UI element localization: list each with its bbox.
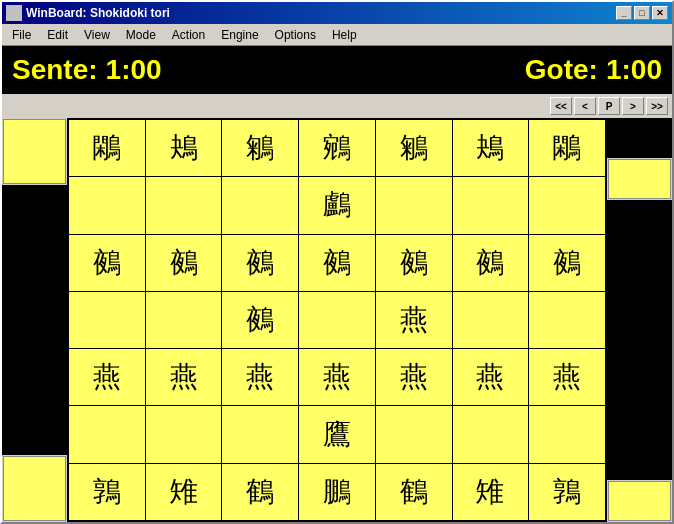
board-cell-r2-c2[interactable]: 鵺	[222, 235, 298, 291]
board-cell-r6-c3[interactable]: 鵬	[299, 464, 375, 520]
board-cell-r4-c5[interactable]: 燕	[453, 349, 529, 405]
board-cell-r3-c2[interactable]: 鵺	[222, 292, 298, 348]
title-bar-left: WinBoard: Shokidoki tori	[6, 5, 170, 21]
status-bar: Sente: 1:00 Gote: 1:00	[2, 46, 672, 94]
left-bottom-captured	[3, 456, 66, 521]
board-cell-r5-c6[interactable]	[529, 406, 605, 462]
board-cell-r3-c0[interactable]	[69, 292, 145, 348]
main-window: WinBoard: Shokidoki tori _ □ ✕ File Edit…	[0, 0, 674, 524]
right-panel	[607, 118, 672, 522]
app-icon	[6, 5, 22, 21]
board-cell-r6-c1[interactable]: 雉	[146, 464, 222, 520]
gote-time: 1:00	[606, 54, 662, 86]
board-cell-r1-c6[interactable]	[529, 177, 605, 233]
right-mid-black	[607, 200, 672, 480]
board-cell-r1-c1[interactable]	[146, 177, 222, 233]
board-cell-r5-c2[interactable]	[222, 406, 298, 462]
board-cell-r6-c5[interactable]: 雉	[453, 464, 529, 520]
game-area: 鷴鴂鵴鵷鵴鴂鷴鸕鵺鵺鵺鵺鵺鵺鵺鵺燕燕燕燕燕燕燕燕鷹鶉雉鶴鵬鶴雉鶉	[2, 118, 672, 522]
gote-label: Gote:	[525, 54, 598, 86]
maximize-button[interactable]: □	[634, 6, 650, 20]
board-cell-r4-c0[interactable]: 燕	[69, 349, 145, 405]
board-cell-r4-c3[interactable]: 燕	[299, 349, 375, 405]
menu-view[interactable]: View	[76, 26, 118, 44]
board-cell-r3-c1[interactable]	[146, 292, 222, 348]
board-cell-r5-c0[interactable]	[69, 406, 145, 462]
board-cell-r0-c1[interactable]: 鴂	[146, 120, 222, 176]
board-cell-r1-c2[interactable]	[222, 177, 298, 233]
board-cell-r5-c1[interactable]	[146, 406, 222, 462]
close-button[interactable]: ✕	[652, 6, 668, 20]
gote-status: Gote: 1:00	[525, 54, 662, 86]
menu-file[interactable]: File	[4, 26, 39, 44]
menu-bar: File Edit View Mode Action Engine Option…	[2, 24, 672, 46]
board-cell-r0-c3[interactable]: 鵷	[299, 120, 375, 176]
board-container: 鷴鴂鵴鵷鵴鴂鷴鸕鵺鵺鵺鵺鵺鵺鵺鵺燕燕燕燕燕燕燕燕鷹鶉雉鶴鵬鶴雉鶉	[67, 118, 607, 522]
right-top-black	[607, 118, 672, 158]
board-cell-r3-c5[interactable]	[453, 292, 529, 348]
board-cell-r1-c4[interactable]	[376, 177, 452, 233]
board-cell-r2-c4[interactable]: 鵺	[376, 235, 452, 291]
board-cell-r1-c5[interactable]	[453, 177, 529, 233]
left-panel	[2, 118, 67, 522]
menu-edit[interactable]: Edit	[39, 26, 76, 44]
menu-options[interactable]: Options	[267, 26, 324, 44]
nav-bar: << < P > >>	[2, 94, 672, 118]
board-cell-r6-c6[interactable]: 鶉	[529, 464, 605, 520]
right-top-captured	[608, 159, 671, 199]
board-cell-r5-c5[interactable]	[453, 406, 529, 462]
board-cell-r2-c5[interactable]: 鵺	[453, 235, 529, 291]
board-cell-r2-c0[interactable]: 鵺	[69, 235, 145, 291]
nav-pause[interactable]: P	[598, 97, 620, 115]
nav-prev[interactable]: <	[574, 97, 596, 115]
board-cell-r4-c4[interactable]: 燕	[376, 349, 452, 405]
title-buttons: _ □ ✕	[616, 6, 668, 20]
nav-next[interactable]: >	[622, 97, 644, 115]
board-cell-r0-c5[interactable]: 鴂	[453, 120, 529, 176]
sente-time: 1:00	[106, 54, 162, 86]
board-cell-r4-c6[interactable]: 燕	[529, 349, 605, 405]
menu-engine[interactable]: Engine	[213, 26, 266, 44]
left-top-captured	[3, 119, 66, 184]
board-cell-r3-c3[interactable]	[299, 292, 375, 348]
left-mid-black	[2, 185, 67, 455]
board-cell-r0-c2[interactable]: 鵴	[222, 120, 298, 176]
board-cell-r1-c0[interactable]	[69, 177, 145, 233]
sente-label: Sente:	[12, 54, 98, 86]
board-cell-r2-c1[interactable]: 鵺	[146, 235, 222, 291]
board-cell-r4-c2[interactable]: 燕	[222, 349, 298, 405]
board-cell-r0-c0[interactable]: 鷴	[69, 120, 145, 176]
board-cell-r5-c3[interactable]: 鷹	[299, 406, 375, 462]
board-cell-r2-c6[interactable]: 鵺	[529, 235, 605, 291]
board-cell-r6-c0[interactable]: 鶉	[69, 464, 145, 520]
shogi-board: 鷴鴂鵴鵷鵴鴂鷴鸕鵺鵺鵺鵺鵺鵺鵺鵺燕燕燕燕燕燕燕燕鷹鶉雉鶴鵬鶴雉鶉	[67, 118, 607, 522]
board-cell-r0-c4[interactable]: 鵴	[376, 120, 452, 176]
window-title: WinBoard: Shokidoki tori	[26, 6, 170, 20]
board-cell-r2-c3[interactable]: 鵺	[299, 235, 375, 291]
board-cell-r6-c4[interactable]: 鶴	[376, 464, 452, 520]
board-cell-r1-c3[interactable]: 鸕	[299, 177, 375, 233]
board-cell-r4-c1[interactable]: 燕	[146, 349, 222, 405]
right-bottom-captured	[608, 481, 671, 521]
menu-help[interactable]: Help	[324, 26, 365, 44]
board-cell-r3-c6[interactable]	[529, 292, 605, 348]
board-cell-r5-c4[interactable]	[376, 406, 452, 462]
menu-action[interactable]: Action	[164, 26, 213, 44]
nav-first[interactable]: <<	[550, 97, 572, 115]
nav-last[interactable]: >>	[646, 97, 668, 115]
board-cell-r3-c4[interactable]: 燕	[376, 292, 452, 348]
minimize-button[interactable]: _	[616, 6, 632, 20]
menu-mode[interactable]: Mode	[118, 26, 164, 44]
board-cell-r0-c6[interactable]: 鷴	[529, 120, 605, 176]
board-cell-r6-c2[interactable]: 鶴	[222, 464, 298, 520]
title-bar: WinBoard: Shokidoki tori _ □ ✕	[2, 2, 672, 24]
sente-status: Sente: 1:00	[12, 54, 162, 86]
